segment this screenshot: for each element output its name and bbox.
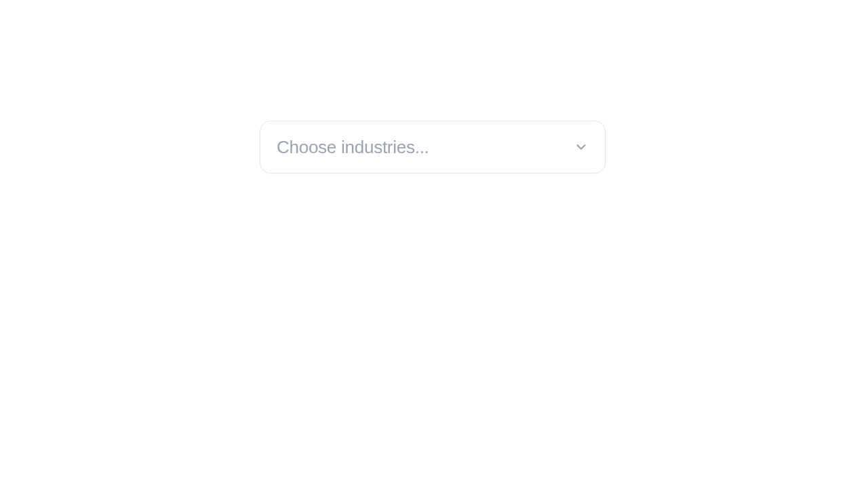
select-placeholder: Choose industries... xyxy=(277,137,429,158)
industries-select[interactable]: Choose industries... xyxy=(260,121,606,174)
chevron-down-icon xyxy=(574,140,589,155)
